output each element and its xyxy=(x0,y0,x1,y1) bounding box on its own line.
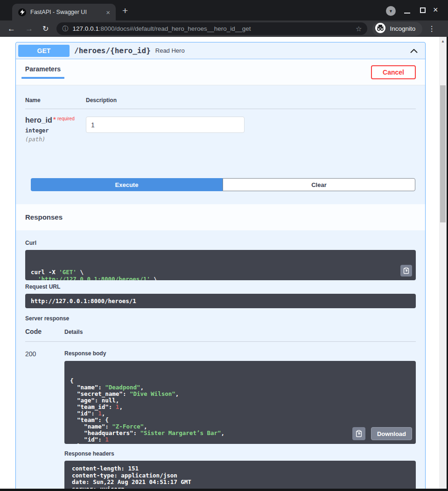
browser-tab[interactable]: FastAPI - Swagger UI × xyxy=(12,4,116,21)
window-maximize-button[interactable] xyxy=(420,7,426,13)
active-tab-underline xyxy=(21,77,64,79)
endpoint-summary: Read Hero xyxy=(155,47,185,54)
tab-close-icon[interactable]: × xyxy=(105,9,111,16)
column-name-header: Name xyxy=(25,97,86,104)
opblock-get-heroes: GET /heroes/{hero_id} Read Hero Paramete… xyxy=(15,42,426,489)
server-response-table-header: Code Details xyxy=(25,328,416,342)
new-tab-button[interactable]: + xyxy=(122,6,128,15)
browser-menu-icon[interactable]: ⋮ xyxy=(428,24,435,33)
request-url-label: Request URL xyxy=(25,284,416,290)
required-asterisk: * xyxy=(53,116,56,124)
required-label: required xyxy=(57,116,75,121)
parameter-row-hero-id: hero_id*required integer (path) xyxy=(25,109,416,143)
cancel-button[interactable]: Cancel xyxy=(371,65,416,79)
details-column-header: Details xyxy=(64,329,416,335)
clear-button[interactable]: Clear xyxy=(223,178,415,191)
scrollbar-thumb[interactable] xyxy=(440,85,446,222)
url-path: :8000/docs#/default/read_hero_heroes__he… xyxy=(99,25,251,32)
response-body-actions: Download xyxy=(352,427,412,440)
copy-curl-button[interactable] xyxy=(400,265,412,277)
window-minimize-button[interactable] xyxy=(404,13,410,14)
reload-button[interactable]: ↻ xyxy=(42,25,49,33)
site-info-icon[interactable]: ⓘ xyxy=(62,25,68,33)
status-code: 200 xyxy=(25,350,64,489)
bookmark-star-icon[interactable]: ☆ xyxy=(356,25,362,33)
endpoint-path: /heroes/{hero_id} xyxy=(74,46,151,55)
browser-update-icon[interactable]: ▼ xyxy=(386,6,396,16)
curl-command-block: curl -X 'GET' \ 'http://127.0.0.1:8000/h… xyxy=(25,250,416,280)
server-response-label: Server response xyxy=(25,315,416,322)
browser-toolbar: ← → ↻ ⓘ 127.0.0.1:8000/docs#/default/rea… xyxy=(0,21,448,37)
response-body-block: { "name": "Deadpond", "secret_name": "Di… xyxy=(64,361,416,444)
responses-section-body: Curl curl -X 'GET' \ 'http://127.0.0.1:8… xyxy=(16,230,425,489)
tab-parameters-label: Parameters xyxy=(21,65,64,73)
incognito-icon xyxy=(375,22,386,35)
collapse-chevron-icon[interactable] xyxy=(410,47,418,55)
fastapi-favicon-icon xyxy=(18,8,26,16)
parameter-name: hero_id xyxy=(25,116,52,124)
server-response-row: 200 Response body { "name": "Deadpond", … xyxy=(25,342,416,489)
code-column-header: Code xyxy=(25,328,64,335)
swagger-page: GET /heroes/{hero_id} Read Hero Paramete… xyxy=(0,37,447,489)
tab-parameters[interactable]: Parameters xyxy=(21,65,64,79)
url-text: 127.0.0.1:8000/docs#/default/read_hero_h… xyxy=(72,25,351,32)
parameter-type: integer xyxy=(25,127,86,134)
column-description-header: Description xyxy=(86,97,416,104)
http-method-badge: GET xyxy=(18,45,70,57)
curl-label: Curl xyxy=(25,240,416,246)
execute-button[interactable]: Execute xyxy=(31,178,223,191)
response-headers-label: Response headers xyxy=(64,450,416,457)
responses-title: Responses xyxy=(25,213,63,221)
parameter-location: (path) xyxy=(25,136,86,143)
parameters-tab-bar: Parameters Cancel xyxy=(16,59,425,85)
execute-wrapper: Execute Clear xyxy=(31,178,415,191)
browser-tab-strip: FastAPI - Swagger UI × + ▼ × xyxy=(0,0,448,21)
copy-response-button[interactable] xyxy=(352,427,365,440)
parameters-table: Name Description hero_id*required intege… xyxy=(16,85,425,143)
back-button[interactable]: ← xyxy=(7,25,15,33)
response-body-label: Response body xyxy=(64,350,416,357)
page-scrollbar[interactable]: ▲ xyxy=(439,37,447,489)
incognito-label: Incognito xyxy=(390,25,415,32)
incognito-badge: Incognito xyxy=(372,22,422,36)
response-headers-block: content-length: 151content-type: applica… xyxy=(64,461,416,489)
tab-title: FastAPI - Swagger UI xyxy=(30,9,101,15)
request-url-block: http://127.0.0.1:8000/heroes/1 xyxy=(25,294,416,308)
address-bar[interactable]: ⓘ 127.0.0.1:8000/docs#/default/read_hero… xyxy=(56,22,367,35)
parameters-table-header: Name Description xyxy=(25,97,416,109)
download-button[interactable]: Download xyxy=(371,427,412,440)
scrollbar-up-arrow-icon[interactable]: ▲ xyxy=(439,37,447,43)
url-host: 127.0.0.1 xyxy=(72,25,98,32)
hero-id-input[interactable] xyxy=(86,117,245,133)
responses-section-header: Responses xyxy=(16,204,425,230)
forward-button[interactable]: → xyxy=(25,25,33,33)
parameter-name-cell: hero_id*required integer (path) xyxy=(25,116,86,143)
response-details-cell: Response body { "name": "Deadpond", "sec… xyxy=(64,350,416,489)
parameter-description-cell xyxy=(86,116,416,143)
opblock-summary[interactable]: GET /heroes/{hero_id} Read Hero xyxy=(16,42,425,59)
window-close-button[interactable]: × xyxy=(433,5,438,15)
